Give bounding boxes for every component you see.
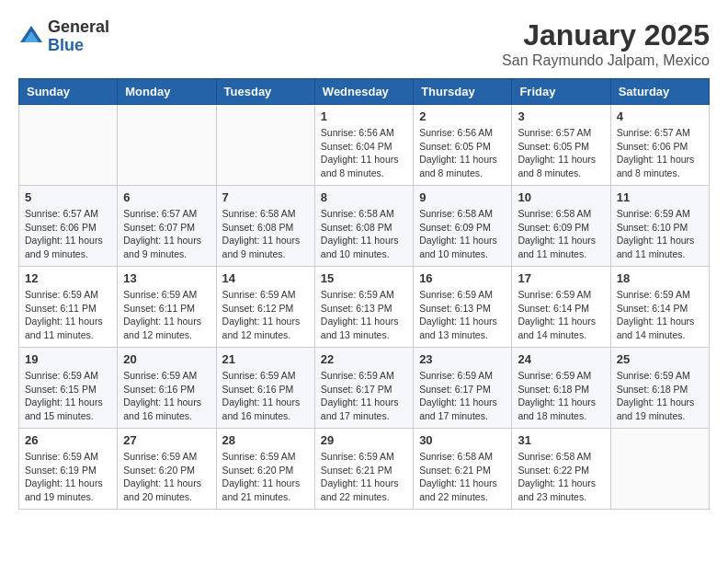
day-number: 21 bbox=[222, 352, 309, 366]
calendar-cell: 22Sunrise: 6:59 AM Sunset: 6:17 PM Dayli… bbox=[314, 348, 413, 429]
calendar-cell: 29Sunrise: 6:59 AM Sunset: 6:21 PM Dayli… bbox=[314, 429, 413, 510]
day-info: Sunrise: 6:59 AM Sunset: 6:11 PM Dayligh… bbox=[123, 288, 210, 342]
day-info: Sunrise: 6:56 AM Sunset: 6:05 PM Dayligh… bbox=[419, 126, 506, 180]
day-number: 2 bbox=[419, 109, 506, 123]
day-number: 17 bbox=[518, 271, 604, 285]
day-info: Sunrise: 6:59 AM Sunset: 6:16 PM Dayligh… bbox=[222, 369, 309, 423]
calendar-cell: 2Sunrise: 6:56 AM Sunset: 6:05 PM Daylig… bbox=[414, 105, 512, 186]
day-info: Sunrise: 6:56 AM Sunset: 6:04 PM Dayligh… bbox=[321, 126, 407, 180]
calendar-cell: 3Sunrise: 6:57 AM Sunset: 6:05 PM Daylig… bbox=[512, 105, 610, 186]
day-number: 18 bbox=[617, 271, 703, 285]
calendar-cell: 14Sunrise: 6:59 AM Sunset: 6:12 PM Dayli… bbox=[216, 267, 314, 348]
calendar-cell: 15Sunrise: 6:59 AM Sunset: 6:13 PM Dayli… bbox=[314, 267, 413, 348]
day-number: 29 bbox=[321, 433, 407, 447]
calendar-cell: 12Sunrise: 6:59 AM Sunset: 6:11 PM Dayli… bbox=[19, 267, 118, 348]
day-number: 22 bbox=[321, 352, 407, 366]
day-number: 24 bbox=[518, 352, 604, 366]
day-number: 26 bbox=[25, 433, 111, 447]
day-number: 12 bbox=[25, 271, 111, 285]
day-number: 20 bbox=[123, 352, 210, 366]
logo: General Blue bbox=[18, 18, 109, 55]
calendar-cell: 30Sunrise: 6:58 AM Sunset: 6:21 PM Dayli… bbox=[414, 429, 512, 510]
day-info: Sunrise: 6:59 AM Sunset: 6:15 PM Dayligh… bbox=[25, 369, 111, 423]
calendar-cell: 25Sunrise: 6:59 AM Sunset: 6:18 PM Dayli… bbox=[610, 348, 709, 429]
calendar-cell: 10Sunrise: 6:58 AM Sunset: 6:09 PM Dayli… bbox=[512, 186, 610, 267]
day-number: 6 bbox=[123, 190, 210, 204]
day-number: 27 bbox=[123, 433, 210, 447]
day-info: Sunrise: 6:58 AM Sunset: 6:08 PM Dayligh… bbox=[222, 207, 309, 261]
day-info: Sunrise: 6:59 AM Sunset: 6:17 PM Dayligh… bbox=[419, 369, 506, 423]
calendar-week-row: 19Sunrise: 6:59 AM Sunset: 6:15 PM Dayli… bbox=[19, 348, 710, 429]
calendar-cell: 1Sunrise: 6:56 AM Sunset: 6:04 PM Daylig… bbox=[314, 105, 413, 186]
day-number: 4 bbox=[617, 109, 703, 123]
logo-text: General Blue bbox=[48, 18, 109, 55]
day-header: Sunday bbox=[19, 79, 118, 105]
calendar-header-row: SundayMondayTuesdayWednesdayThursdayFrid… bbox=[19, 79, 710, 105]
calendar-cell: 9Sunrise: 6:58 AM Sunset: 6:09 PM Daylig… bbox=[414, 186, 512, 267]
calendar-cell: 21Sunrise: 6:59 AM Sunset: 6:16 PM Dayli… bbox=[216, 348, 314, 429]
calendar-cell bbox=[216, 105, 314, 186]
calendar-cell: 11Sunrise: 6:59 AM Sunset: 6:10 PM Dayli… bbox=[610, 186, 709, 267]
calendar-title: January 2025 bbox=[502, 18, 710, 52]
day-info: Sunrise: 6:59 AM Sunset: 6:14 PM Dayligh… bbox=[518, 288, 604, 342]
day-info: Sunrise: 6:57 AM Sunset: 6:06 PM Dayligh… bbox=[25, 207, 111, 261]
day-header: Tuesday bbox=[216, 79, 314, 105]
day-info: Sunrise: 6:59 AM Sunset: 6:20 PM Dayligh… bbox=[123, 450, 210, 504]
day-number: 14 bbox=[222, 271, 309, 285]
day-number: 7 bbox=[222, 190, 309, 204]
calendar-week-row: 26Sunrise: 6:59 AM Sunset: 6:19 PM Dayli… bbox=[19, 429, 710, 510]
calendar-cell: 16Sunrise: 6:59 AM Sunset: 6:13 PM Dayli… bbox=[414, 267, 512, 348]
day-header: Thursday bbox=[414, 79, 512, 105]
day-number: 3 bbox=[518, 109, 604, 123]
day-info: Sunrise: 6:58 AM Sunset: 6:08 PM Dayligh… bbox=[321, 207, 407, 261]
day-info: Sunrise: 6:59 AM Sunset: 6:17 PM Dayligh… bbox=[321, 369, 407, 423]
day-header: Wednesday bbox=[314, 79, 413, 105]
day-number: 11 bbox=[617, 190, 703, 204]
calendar-cell: 26Sunrise: 6:59 AM Sunset: 6:19 PM Dayli… bbox=[19, 429, 118, 510]
calendar-cell: 20Sunrise: 6:59 AM Sunset: 6:16 PM Dayli… bbox=[118, 348, 216, 429]
day-info: Sunrise: 6:57 AM Sunset: 6:07 PM Dayligh… bbox=[123, 207, 210, 261]
day-info: Sunrise: 6:58 AM Sunset: 6:09 PM Dayligh… bbox=[419, 207, 506, 261]
calendar-cell: 31Sunrise: 6:58 AM Sunset: 6:22 PM Dayli… bbox=[512, 429, 610, 510]
day-header: Saturday bbox=[610, 79, 709, 105]
day-info: Sunrise: 6:58 AM Sunset: 6:22 PM Dayligh… bbox=[518, 450, 604, 504]
day-number: 13 bbox=[123, 271, 210, 285]
day-info: Sunrise: 6:59 AM Sunset: 6:11 PM Dayligh… bbox=[25, 288, 111, 342]
calendar-cell: 19Sunrise: 6:59 AM Sunset: 6:15 PM Dayli… bbox=[19, 348, 118, 429]
day-info: Sunrise: 6:59 AM Sunset: 6:20 PM Dayligh… bbox=[222, 450, 309, 504]
day-number: 10 bbox=[518, 190, 604, 204]
calendar-cell: 17Sunrise: 6:59 AM Sunset: 6:14 PM Dayli… bbox=[512, 267, 610, 348]
day-info: Sunrise: 6:59 AM Sunset: 6:16 PM Dayligh… bbox=[123, 369, 210, 423]
day-number: 16 bbox=[419, 271, 506, 285]
calendar-cell bbox=[19, 105, 118, 186]
day-info: Sunrise: 6:58 AM Sunset: 6:21 PM Dayligh… bbox=[419, 450, 506, 504]
calendar-cell: 7Sunrise: 6:58 AM Sunset: 6:08 PM Daylig… bbox=[216, 186, 314, 267]
calendar-cell bbox=[610, 429, 709, 510]
day-info: Sunrise: 6:59 AM Sunset: 6:21 PM Dayligh… bbox=[321, 450, 407, 504]
day-number: 30 bbox=[419, 433, 506, 447]
day-number: 25 bbox=[617, 352, 703, 366]
day-info: Sunrise: 6:59 AM Sunset: 6:19 PM Dayligh… bbox=[25, 450, 111, 504]
calendar-cell: 27Sunrise: 6:59 AM Sunset: 6:20 PM Dayli… bbox=[118, 429, 216, 510]
day-number: 15 bbox=[321, 271, 407, 285]
day-number: 31 bbox=[518, 433, 604, 447]
calendar-week-row: 5Sunrise: 6:57 AM Sunset: 6:06 PM Daylig… bbox=[19, 186, 710, 267]
day-number: 1 bbox=[321, 109, 407, 123]
day-number: 19 bbox=[25, 352, 111, 366]
day-info: Sunrise: 6:59 AM Sunset: 6:14 PM Dayligh… bbox=[617, 288, 703, 342]
day-info: Sunrise: 6:59 AM Sunset: 6:12 PM Dayligh… bbox=[222, 288, 309, 342]
logo-icon bbox=[18, 24, 44, 50]
calendar-cell: 6Sunrise: 6:57 AM Sunset: 6:07 PM Daylig… bbox=[118, 186, 216, 267]
calendar-table: SundayMondayTuesdayWednesdayThursdayFrid… bbox=[18, 78, 710, 510]
calendar-cell: 5Sunrise: 6:57 AM Sunset: 6:06 PM Daylig… bbox=[19, 186, 118, 267]
title-block: January 2025 San Raymundo Jalpam, Mexico bbox=[502, 18, 710, 69]
day-info: Sunrise: 6:59 AM Sunset: 6:18 PM Dayligh… bbox=[518, 369, 604, 423]
calendar-cell: 28Sunrise: 6:59 AM Sunset: 6:20 PM Dayli… bbox=[216, 429, 314, 510]
calendar-cell: 8Sunrise: 6:58 AM Sunset: 6:08 PM Daylig… bbox=[314, 186, 413, 267]
day-number: 23 bbox=[419, 352, 506, 366]
calendar-week-row: 12Sunrise: 6:59 AM Sunset: 6:11 PM Dayli… bbox=[19, 267, 710, 348]
day-header: Monday bbox=[118, 79, 216, 105]
day-info: Sunrise: 6:59 AM Sunset: 6:13 PM Dayligh… bbox=[321, 288, 407, 342]
calendar-subtitle: San Raymundo Jalpam, Mexico bbox=[502, 52, 710, 69]
calendar-cell: 18Sunrise: 6:59 AM Sunset: 6:14 PM Dayli… bbox=[610, 267, 709, 348]
